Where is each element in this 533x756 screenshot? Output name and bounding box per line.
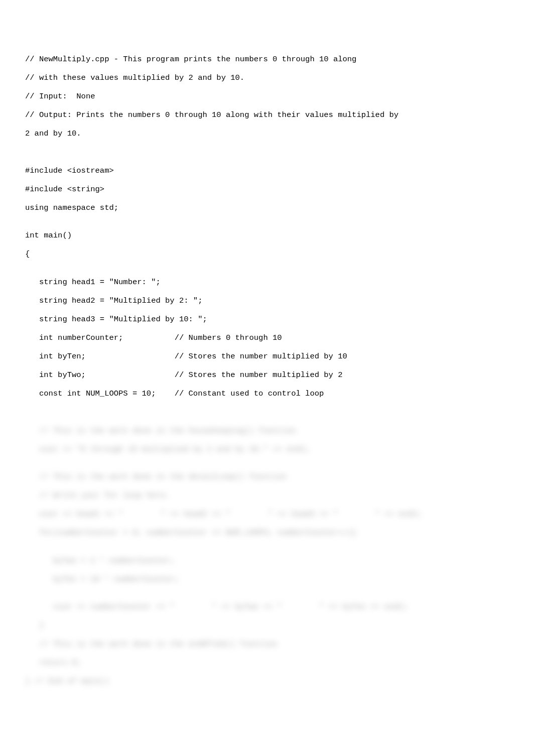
blurred-code-region: // This is the work done in the housekee… <box>25 417 508 695</box>
code-line: // with these values multiplied by 2 and… <box>25 73 508 83</box>
code-line: } // End of main() <box>25 677 508 686</box>
code-line: } <box>25 621 508 631</box>
code-line: { <box>25 249 508 259</box>
code-line: // Input: None <box>25 92 508 101</box>
code-line: for(numberCounter = 0; numberCounter <= … <box>25 528 508 538</box>
code-line: const int NUM_LOOPS = 10; // Constant us… <box>25 389 508 399</box>
code-line: int numberCounter; // Numbers 0 through … <box>25 333 508 343</box>
code-line: cout << "0 through 10 multiplied by 2 an… <box>25 445 508 454</box>
code-line: // Output: Prints the numbers 0 through … <box>25 110 508 120</box>
code-line: string head3 = "Multiplied by 10: "; <box>25 315 508 324</box>
code-line: int main() <box>25 231 508 240</box>
code-line: int byTwo; // Stores the number multipli… <box>25 370 508 380</box>
code-line: return 0; <box>25 658 508 668</box>
code-line: string head2 = "Multiplied by 2: "; <box>25 296 508 306</box>
code-line: // This is the work done in the endOfJob… <box>25 640 508 649</box>
code-line: int byTen; // Stores the number multipli… <box>25 352 508 361</box>
code-line: 2 and by 10. <box>25 129 508 139</box>
code-line: cout << head1 << " " << head2 << " " << … <box>25 510 508 519</box>
code-line: using namespace std; <box>25 203 508 213</box>
code-line: #include <string> <box>25 185 508 194</box>
code-line: cout << numberCounter << " " << byTwo <<… <box>25 602 508 612</box>
code-line: string head1 = "Number: "; <box>25 278 508 287</box>
code-line: // This is the work done in the housekee… <box>25 426 508 436</box>
code-line: // NewMultiply.cpp - This program prints… <box>25 55 508 64</box>
code-line: byTwo = 2 * numberCounter; <box>25 556 508 566</box>
code-line: // This is the work done in the detailLo… <box>25 472 508 482</box>
code-line: byTen = 10 * numberCounter; <box>25 575 508 584</box>
code-line: #include <iostream> <box>25 166 508 176</box>
code-line: // Write your for loop here. <box>25 491 508 500</box>
code-document: // NewMultiply.cpp - This program prints… <box>0 0 533 730</box>
